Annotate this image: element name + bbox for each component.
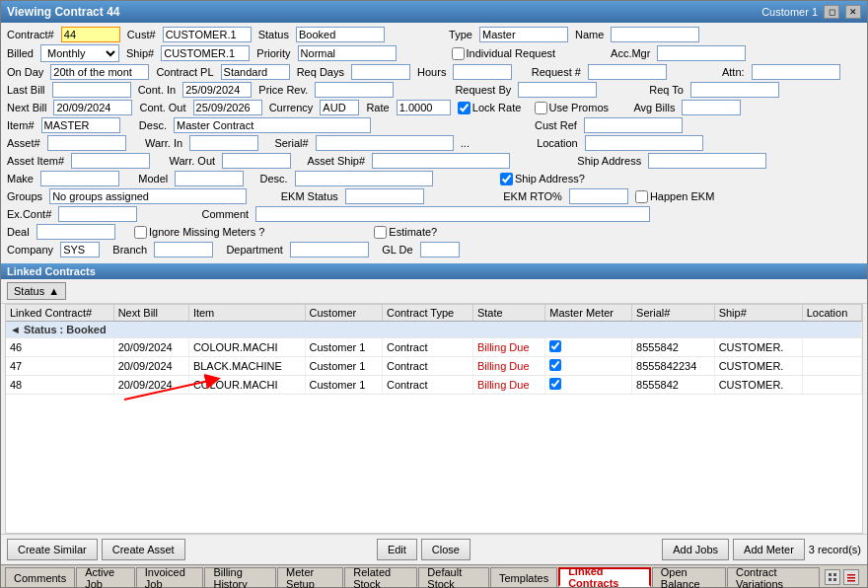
attn-field[interactable] bbox=[752, 64, 840, 80]
req-to-field[interactable] bbox=[690, 82, 779, 98]
cust-ref-label: Cust Ref bbox=[535, 119, 577, 131]
name-field[interactable] bbox=[611, 27, 699, 42]
cell-serial: 8555842 bbox=[632, 376, 715, 395]
cust-ref-field[interactable] bbox=[584, 117, 683, 133]
tab-bar: Comments Active Job Invoiced Job Billing… bbox=[1, 564, 867, 587]
ekm-status-field[interactable] bbox=[345, 188, 424, 204]
type-field[interactable] bbox=[479, 27, 568, 42]
tab-open-balance[interactable]: Open Balance bbox=[652, 567, 726, 587]
serial-field[interactable] bbox=[316, 135, 454, 151]
tab-default-stock[interactable]: Default Stock bbox=[418, 567, 489, 587]
tab-icon-grid[interactable] bbox=[825, 569, 840, 585]
ex-cont-field[interactable] bbox=[58, 206, 137, 222]
billed-select[interactable]: Monthly bbox=[40, 44, 119, 62]
estimate-check[interactable] bbox=[374, 226, 387, 239]
priority-field[interactable] bbox=[298, 45, 397, 61]
avg-bills-field[interactable] bbox=[682, 100, 741, 115]
on-day-field[interactable] bbox=[50, 64, 149, 80]
desc2-field[interactable] bbox=[295, 171, 433, 186]
col-serial: Serial# bbox=[632, 305, 715, 322]
asset-field[interactable] bbox=[47, 135, 126, 151]
create-asset-button[interactable]: Create Asset bbox=[102, 539, 185, 560]
ship-address-q-check[interactable] bbox=[500, 173, 513, 185]
tab-linked-contracts[interactable]: Linked Contracts bbox=[558, 567, 651, 587]
request-field[interactable] bbox=[588, 64, 667, 80]
table-row[interactable]: 46 20/09/2024 COLOUR.MACHI Customer 1 Co… bbox=[6, 338, 862, 357]
individual-request-check[interactable] bbox=[452, 47, 465, 60]
happen-ekm-check[interactable] bbox=[635, 190, 648, 203]
contract-pl-field[interactable] bbox=[221, 64, 290, 80]
table-row[interactable]: 47 20/09/2024 BLACK.MACHINE Customer 1 C… bbox=[6, 357, 862, 376]
ship-field[interactable] bbox=[161, 45, 250, 61]
use-promos-check[interactable] bbox=[535, 102, 547, 114]
cust-field[interactable] bbox=[163, 27, 252, 42]
acc-mgr-field[interactable] bbox=[657, 45, 746, 61]
svg-rect-4 bbox=[829, 578, 832, 581]
rate-field[interactable] bbox=[397, 100, 451, 115]
currency-field[interactable] bbox=[320, 100, 359, 115]
desc-field[interactable] bbox=[174, 117, 371, 133]
status-sort-button[interactable]: Status ▲ bbox=[7, 282, 66, 300]
model-field[interactable] bbox=[175, 171, 244, 186]
form-row-1: Contract# Cust# Status Type Name bbox=[7, 27, 861, 42]
hours-field[interactable] bbox=[453, 64, 512, 80]
happen-ekm-label: Happen EKM bbox=[650, 190, 714, 202]
attn-label: Attn: bbox=[722, 66, 745, 78]
tab-related-stock[interactable]: Related Stock bbox=[344, 567, 417, 587]
status-field[interactable] bbox=[296, 27, 385, 42]
add-jobs-button[interactable]: Add Jobs bbox=[662, 539, 729, 560]
create-similar-button[interactable]: Create Similar bbox=[7, 539, 98, 560]
tab-comments[interactable]: Comments bbox=[5, 567, 75, 587]
linked-contracts-table-container[interactable]: Linked Contract# Next Bill Item Customer… bbox=[5, 304, 863, 534]
request-by-field[interactable] bbox=[518, 82, 597, 98]
tab-active-job[interactable]: Active Job bbox=[76, 567, 135, 587]
ship-address-field[interactable] bbox=[648, 153, 766, 169]
cont-in-field[interactable] bbox=[182, 82, 252, 98]
acc-mgr-label: Acc.Mgr bbox=[611, 47, 650, 59]
asset-item-field[interactable] bbox=[71, 153, 150, 169]
cell-contract-type: Contract bbox=[382, 376, 472, 395]
location-field[interactable] bbox=[585, 135, 703, 151]
groups-field[interactable] bbox=[49, 188, 247, 204]
tab-invoiced-job[interactable]: Invoiced Job bbox=[136, 567, 204, 587]
cont-out-field[interactable] bbox=[193, 100, 262, 115]
main-window: Viewing Contract 44 Customer 1 ◻ ✕ Contr… bbox=[0, 0, 868, 588]
warr-out-field[interactable] bbox=[222, 153, 291, 169]
asset-ship-field[interactable] bbox=[372, 153, 510, 169]
price-rev-field[interactable] bbox=[315, 82, 394, 98]
branch-field[interactable] bbox=[154, 242, 213, 257]
tab-templates[interactable]: Templates bbox=[490, 567, 557, 587]
lock-rate-check[interactable] bbox=[458, 102, 470, 114]
make-label: Make bbox=[7, 173, 34, 184]
happen-ekm-wrap: Happen EKM bbox=[635, 190, 714, 203]
add-meter-button[interactable]: Add Meter bbox=[733, 539, 805, 560]
contract-num-field[interactable] bbox=[61, 27, 120, 42]
close-button-bar[interactable]: Close bbox=[421, 539, 470, 560]
ekm-rto-field[interactable] bbox=[569, 188, 628, 204]
next-bill-field[interactable] bbox=[53, 100, 132, 115]
tab-meter-setup[interactable]: Meter Setup bbox=[277, 567, 343, 587]
comment-field[interactable] bbox=[255, 206, 650, 222]
ignore-missing-check[interactable] bbox=[134, 226, 147, 239]
item-field[interactable] bbox=[41, 117, 120, 133]
table-row[interactable]: 48 20/09/2024 COLOUR.MACHI Customer 1 Co… bbox=[6, 376, 862, 395]
req-days-field[interactable] bbox=[351, 64, 410, 80]
table-header-row: Linked Contract# Next Bill Item Customer… bbox=[6, 305, 862, 322]
gl-de-field[interactable] bbox=[420, 242, 460, 257]
group-label: ◄ Status : Booked bbox=[6, 322, 862, 338]
company-field[interactable] bbox=[60, 242, 100, 257]
restore-button[interactable]: ◻ bbox=[824, 5, 839, 19]
cont-out-label: Cont. Out bbox=[139, 102, 185, 113]
col-next-bill: Next Bill bbox=[113, 305, 188, 322]
edit-button[interactable]: Edit bbox=[377, 539, 417, 560]
tab-icon-list[interactable] bbox=[843, 569, 859, 585]
tab-billing-history[interactable]: Billing History bbox=[204, 567, 276, 587]
make-field[interactable] bbox=[40, 171, 119, 186]
deal-field[interactable] bbox=[36, 224, 115, 240]
department-field[interactable] bbox=[290, 242, 369, 257]
warr-in-field[interactable] bbox=[189, 135, 258, 151]
cell-id: 48 bbox=[6, 376, 113, 395]
close-button[interactable]: ✕ bbox=[845, 5, 861, 19]
last-bill-field[interactable] bbox=[52, 82, 131, 98]
tab-contract-variations[interactable]: Contract Variations bbox=[727, 567, 820, 587]
